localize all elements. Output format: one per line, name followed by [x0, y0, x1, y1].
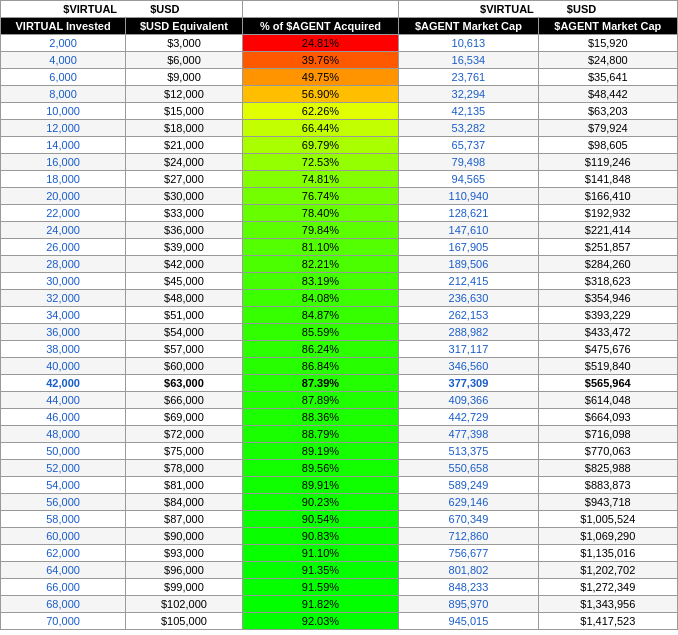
usd-equiv-cell: $66,000	[126, 392, 243, 409]
table-row: 18,000 $27,000 74.81% 94,565 $141,848	[1, 171, 678, 188]
mktcap-virtual-cell: 10,613	[399, 35, 538, 52]
mktcap-virtual-cell: 670,349	[399, 511, 538, 528]
mktcap-virtual-cell: 945,015	[399, 613, 538, 630]
virtual-invested-cell: 44,000	[1, 392, 126, 409]
virtual-invested-cell: 26,000	[1, 239, 126, 256]
virtual-invested-cell: 36,000	[1, 324, 126, 341]
table-row: 40,000 $60,000 86.84% 346,560 $519,840	[1, 358, 678, 375]
mktcap-virtual-cell: 94,565	[399, 171, 538, 188]
group-header-pct	[242, 1, 398, 18]
virtual-invested-cell: 42,000	[1, 375, 126, 392]
table-row: 36,000 $54,000 85.59% 288,982 $433,472	[1, 324, 678, 341]
table-row: 56,000 $84,000 90.23% 629,146 $943,718	[1, 494, 678, 511]
mktcap-usd-cell: $192,932	[538, 205, 677, 222]
mktcap-virtual-cell: 346,560	[399, 358, 538, 375]
virtual-invested-cell: 34,000	[1, 307, 126, 324]
mktcap-virtual-cell: 409,366	[399, 392, 538, 409]
pct-acquired-cell: 90.83%	[242, 528, 398, 545]
mktcap-usd-cell: $664,093	[538, 409, 677, 426]
col-header-agent-mktcap-v: $AGENT Market Cap	[399, 18, 538, 35]
usd-equiv-cell: $78,000	[126, 460, 243, 477]
mktcap-usd-cell: $770,063	[538, 443, 677, 460]
usd-equiv-cell: $54,000	[126, 324, 243, 341]
virtual-invested-cell: 16,000	[1, 154, 126, 171]
mktcap-usd-cell: $98,605	[538, 137, 677, 154]
pct-acquired-cell: 24.81%	[242, 35, 398, 52]
usd-equiv-cell: $15,000	[126, 103, 243, 120]
table-row: 62,000 $93,000 91.10% 756,677 $1,135,016	[1, 545, 678, 562]
usd-equiv-cell: $87,000	[126, 511, 243, 528]
table-row: 60,000 $90,000 90.83% 712,860 $1,069,290	[1, 528, 678, 545]
pct-acquired-cell: 92.03%	[242, 613, 398, 630]
mktcap-usd-cell: $1,005,524	[538, 511, 677, 528]
group2-virtual-label: $VIRTUAL	[480, 3, 534, 15]
mktcap-usd-cell: $251,857	[538, 239, 677, 256]
mktcap-usd-cell: $354,946	[538, 290, 677, 307]
virtual-invested-cell: 38,000	[1, 341, 126, 358]
usd-equiv-cell: $60,000	[126, 358, 243, 375]
mktcap-virtual-cell: 756,677	[399, 545, 538, 562]
mktcap-usd-cell: $433,472	[538, 324, 677, 341]
pct-acquired-cell: 79.84%	[242, 222, 398, 239]
usd-equiv-cell: $90,000	[126, 528, 243, 545]
mktcap-usd-cell: $24,800	[538, 52, 677, 69]
usd-equiv-cell: $39,000	[126, 239, 243, 256]
virtual-invested-cell: 64,000	[1, 562, 126, 579]
table-row: 4,000 $6,000 39.76% 16,534 $24,800	[1, 52, 678, 69]
table-row: 52,000 $78,000 89.56% 550,658 $825,988	[1, 460, 678, 477]
group-header-virtual-usd-left: $VIRTUAL $USD	[1, 1, 243, 18]
mktcap-usd-cell: $318,623	[538, 273, 677, 290]
mktcap-virtual-cell: 236,630	[399, 290, 538, 307]
table-row: 12,000 $18,000 66.44% 53,282 $79,924	[1, 120, 678, 137]
pct-acquired-cell: 69.79%	[242, 137, 398, 154]
usd-equiv-cell: $3,000	[126, 35, 243, 52]
table-row: 66,000 $99,000 91.59% 848,233 $1,272,349	[1, 579, 678, 596]
group2-usd-label: $USD	[567, 3, 596, 15]
pct-acquired-cell: 90.54%	[242, 511, 398, 528]
pct-acquired-cell: 56.90%	[242, 86, 398, 103]
usd-equiv-cell: $84,000	[126, 494, 243, 511]
main-table: $VIRTUAL $USD $VIRTUAL $USD VIRTUAL Inve…	[0, 0, 678, 630]
table-row: 16,000 $24,000 72.53% 79,498 $119,246	[1, 154, 678, 171]
mktcap-usd-cell: $475,676	[538, 341, 677, 358]
mktcap-usd-cell: $35,641	[538, 69, 677, 86]
mktcap-usd-cell: $221,414	[538, 222, 677, 239]
mktcap-usd-cell: $614,048	[538, 392, 677, 409]
usd-equiv-cell: $51,000	[126, 307, 243, 324]
mktcap-usd-cell: $519,840	[538, 358, 677, 375]
group1-virtual-label: $VIRTUAL	[63, 3, 117, 15]
table-row: 50,000 $75,000 89.19% 513,375 $770,063	[1, 443, 678, 460]
pct-acquired-cell: 82.21%	[242, 256, 398, 273]
usd-equiv-cell: $33,000	[126, 205, 243, 222]
mktcap-virtual-cell: 212,415	[399, 273, 538, 290]
mktcap-virtual-cell: 53,282	[399, 120, 538, 137]
mktcap-usd-cell: $1,417,523	[538, 613, 677, 630]
virtual-invested-cell: 52,000	[1, 460, 126, 477]
table-row: 64,000 $96,000 91.35% 801,802 $1,202,702	[1, 562, 678, 579]
usd-equiv-cell: $105,000	[126, 613, 243, 630]
usd-equiv-cell: $24,000	[126, 154, 243, 171]
pct-acquired-cell: 91.35%	[242, 562, 398, 579]
mktcap-usd-cell: $119,246	[538, 154, 677, 171]
mktcap-usd-cell: $883,873	[538, 477, 677, 494]
table-row: 38,000 $57,000 86.24% 317,117 $475,676	[1, 341, 678, 358]
table-row: 10,000 $15,000 62.26% 42,135 $63,203	[1, 103, 678, 120]
group1-usd-label: $USD	[150, 3, 179, 15]
mktcap-virtual-cell: 317,117	[399, 341, 538, 358]
mktcap-virtual-cell: 288,982	[399, 324, 538, 341]
pct-acquired-cell: 88.36%	[242, 409, 398, 426]
virtual-invested-cell: 70,000	[1, 613, 126, 630]
virtual-invested-cell: 32,000	[1, 290, 126, 307]
usd-equiv-cell: $72,000	[126, 426, 243, 443]
virtual-invested-cell: 2,000	[1, 35, 126, 52]
table-row: 8,000 $12,000 56.90% 32,294 $48,442	[1, 86, 678, 103]
pct-acquired-cell: 66.44%	[242, 120, 398, 137]
table-row: 30,000 $45,000 83.19% 212,415 $318,623	[1, 273, 678, 290]
col-header-virtual-invested: VIRTUAL Invested	[1, 18, 126, 35]
virtual-invested-cell: 4,000	[1, 52, 126, 69]
mktcap-virtual-cell: 712,860	[399, 528, 538, 545]
mktcap-virtual-cell: 629,146	[399, 494, 538, 511]
virtual-invested-cell: 68,000	[1, 596, 126, 613]
table-row: 6,000 $9,000 49.75% 23,761 $35,641	[1, 69, 678, 86]
mktcap-virtual-cell: 477,398	[399, 426, 538, 443]
